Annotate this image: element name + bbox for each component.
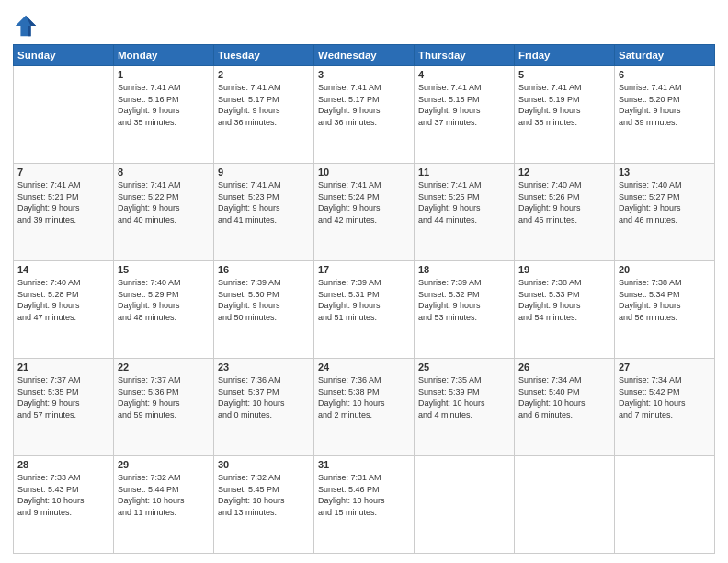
- day-number: 2: [218, 69, 310, 80]
- day-number: 16: [218, 264, 310, 275]
- cell-content: Sunrise: 7:38 AM Sunset: 5:34 PM Dayligh…: [619, 277, 711, 323]
- header: [13, 9, 715, 39]
- calendar-cell: 26Sunrise: 7:34 AM Sunset: 5:40 PM Dayli…: [515, 359, 615, 456]
- day-number: 20: [619, 264, 711, 275]
- week-row-2: 14Sunrise: 7:40 AM Sunset: 5:28 PM Dayli…: [14, 261, 715, 359]
- day-number: 29: [118, 459, 210, 470]
- day-number: 22: [118, 362, 210, 373]
- day-number: 11: [418, 167, 510, 178]
- calendar-cell: 4Sunrise: 7:41 AM Sunset: 5:18 PM Daylig…: [415, 66, 515, 164]
- cell-content: Sunrise: 7:40 AM Sunset: 5:26 PM Dayligh…: [518, 179, 610, 225]
- calendar-cell: 31Sunrise: 7:31 AM Sunset: 5:46 PM Dayli…: [314, 456, 415, 554]
- day-number: 4: [418, 69, 510, 80]
- day-number: 28: [17, 459, 109, 470]
- calendar-cell: 13Sunrise: 7:40 AM Sunset: 5:27 PM Dayli…: [615, 164, 715, 261]
- cell-content: Sunrise: 7:41 AM Sunset: 5:19 PM Dayligh…: [518, 82, 610, 128]
- day-number: 6: [619, 69, 711, 80]
- cell-content: Sunrise: 7:33 AM Sunset: 5:43 PM Dayligh…: [17, 472, 109, 518]
- calendar-cell: 18Sunrise: 7:39 AM Sunset: 5:32 PM Dayli…: [415, 261, 515, 359]
- day-number: 25: [418, 362, 510, 373]
- column-header-saturday: Saturday: [615, 45, 715, 66]
- logo-icon: [13, 13, 39, 39]
- calendar-cell: 28Sunrise: 7:33 AM Sunset: 5:43 PM Dayli…: [14, 456, 114, 554]
- cell-content: Sunrise: 7:38 AM Sunset: 5:33 PM Dayligh…: [518, 277, 610, 323]
- cell-content: Sunrise: 7:41 AM Sunset: 5:17 PM Dayligh…: [218, 82, 310, 128]
- calendar-cell: 6Sunrise: 7:41 AM Sunset: 5:20 PM Daylig…: [615, 66, 715, 164]
- day-number: 31: [318, 459, 410, 470]
- page: SundayMondayTuesdayWednesdayThursdayFrid…: [0, 0, 728, 563]
- calendar-cell: 8Sunrise: 7:41 AM Sunset: 5:22 PM Daylig…: [114, 164, 214, 261]
- day-number: 19: [518, 264, 610, 275]
- calendar-cell: 14Sunrise: 7:40 AM Sunset: 5:28 PM Dayli…: [14, 261, 114, 359]
- cell-content: Sunrise: 7:35 AM Sunset: 5:39 PM Dayligh…: [418, 374, 510, 420]
- day-number: 14: [17, 264, 109, 275]
- week-row-1: 7Sunrise: 7:41 AM Sunset: 5:21 PM Daylig…: [14, 164, 715, 261]
- day-number: 13: [619, 167, 711, 178]
- cell-content: Sunrise: 7:41 AM Sunset: 5:16 PM Dayligh…: [118, 82, 210, 128]
- calendar-cell: 2Sunrise: 7:41 AM Sunset: 5:17 PM Daylig…: [214, 66, 314, 164]
- calendar-cell: 5Sunrise: 7:41 AM Sunset: 5:19 PM Daylig…: [515, 66, 615, 164]
- day-number: 9: [218, 167, 310, 178]
- cell-content: Sunrise: 7:36 AM Sunset: 5:37 PM Dayligh…: [218, 374, 310, 420]
- cell-content: Sunrise: 7:41 AM Sunset: 5:22 PM Dayligh…: [118, 179, 210, 225]
- day-number: 26: [518, 362, 610, 373]
- day-number: 1: [118, 69, 210, 80]
- cell-content: Sunrise: 7:41 AM Sunset: 5:25 PM Dayligh…: [418, 179, 510, 225]
- day-number: 30: [218, 459, 310, 470]
- day-number: 3: [318, 69, 410, 80]
- calendar-cell: 12Sunrise: 7:40 AM Sunset: 5:26 PM Dayli…: [515, 164, 615, 261]
- calendar-cell: 23Sunrise: 7:36 AM Sunset: 5:37 PM Dayli…: [214, 359, 314, 456]
- column-header-wednesday: Wednesday: [314, 45, 415, 66]
- cell-content: Sunrise: 7:41 AM Sunset: 5:17 PM Dayligh…: [318, 82, 410, 128]
- cell-content: Sunrise: 7:41 AM Sunset: 5:23 PM Dayligh…: [218, 179, 310, 225]
- calendar-cell: 24Sunrise: 7:36 AM Sunset: 5:38 PM Dayli…: [314, 359, 415, 456]
- column-header-tuesday: Tuesday: [214, 45, 314, 66]
- day-number: 23: [218, 362, 310, 373]
- calendar-cell: 22Sunrise: 7:37 AM Sunset: 5:36 PM Dayli…: [114, 359, 214, 456]
- week-row-4: 28Sunrise: 7:33 AM Sunset: 5:43 PM Dayli…: [14, 456, 715, 554]
- cell-content: Sunrise: 7:39 AM Sunset: 5:31 PM Dayligh…: [318, 277, 410, 323]
- cell-content: Sunrise: 7:39 AM Sunset: 5:32 PM Dayligh…: [418, 277, 510, 323]
- calendar-cell: 16Sunrise: 7:39 AM Sunset: 5:30 PM Dayli…: [214, 261, 314, 359]
- calendar-cell: 3Sunrise: 7:41 AM Sunset: 5:17 PM Daylig…: [314, 66, 415, 164]
- day-number: 5: [518, 69, 610, 80]
- cell-content: Sunrise: 7:34 AM Sunset: 5:40 PM Dayligh…: [518, 374, 610, 420]
- column-header-friday: Friday: [515, 45, 615, 66]
- calendar-cell: 9Sunrise: 7:41 AM Sunset: 5:23 PM Daylig…: [214, 164, 314, 261]
- day-number: 7: [17, 167, 109, 178]
- day-number: 24: [318, 362, 410, 373]
- cell-content: Sunrise: 7:40 AM Sunset: 5:27 PM Dayligh…: [619, 179, 711, 225]
- cell-content: Sunrise: 7:34 AM Sunset: 5:42 PM Dayligh…: [619, 374, 711, 420]
- day-number: 15: [118, 264, 210, 275]
- week-row-3: 21Sunrise: 7:37 AM Sunset: 5:35 PM Dayli…: [14, 359, 715, 456]
- calendar-cell: 10Sunrise: 7:41 AM Sunset: 5:24 PM Dayli…: [314, 164, 415, 261]
- day-number: 21: [17, 362, 109, 373]
- cell-content: Sunrise: 7:39 AM Sunset: 5:30 PM Dayligh…: [218, 277, 310, 323]
- calendar-cell: 30Sunrise: 7:32 AM Sunset: 5:45 PM Dayli…: [214, 456, 314, 554]
- cell-content: Sunrise: 7:32 AM Sunset: 5:44 PM Dayligh…: [118, 472, 210, 518]
- calendar-cell: 21Sunrise: 7:37 AM Sunset: 5:35 PM Dayli…: [14, 359, 114, 456]
- calendar-cell: 19Sunrise: 7:38 AM Sunset: 5:33 PM Dayli…: [515, 261, 615, 359]
- calendar-cell: 29Sunrise: 7:32 AM Sunset: 5:44 PM Dayli…: [114, 456, 214, 554]
- calendar-cell: [515, 456, 615, 554]
- calendar-cell: 15Sunrise: 7:40 AM Sunset: 5:29 PM Dayli…: [114, 261, 214, 359]
- cell-content: Sunrise: 7:32 AM Sunset: 5:45 PM Dayligh…: [218, 472, 310, 518]
- cell-content: Sunrise: 7:41 AM Sunset: 5:21 PM Dayligh…: [17, 179, 109, 225]
- cell-content: Sunrise: 7:37 AM Sunset: 5:36 PM Dayligh…: [118, 374, 210, 420]
- cell-content: Sunrise: 7:31 AM Sunset: 5:46 PM Dayligh…: [318, 472, 410, 518]
- calendar-cell: 20Sunrise: 7:38 AM Sunset: 5:34 PM Dayli…: [615, 261, 715, 359]
- logo: [13, 13, 42, 39]
- calendar-cell: [615, 456, 715, 554]
- calendar-cell: 25Sunrise: 7:35 AM Sunset: 5:39 PM Dayli…: [415, 359, 515, 456]
- calendar-cell: 1Sunrise: 7:41 AM Sunset: 5:16 PM Daylig…: [114, 66, 214, 164]
- cell-content: Sunrise: 7:36 AM Sunset: 5:38 PM Dayligh…: [318, 374, 410, 420]
- calendar-cell: [415, 456, 515, 554]
- day-number: 8: [118, 167, 210, 178]
- day-number: 12: [518, 167, 610, 178]
- cell-content: Sunrise: 7:41 AM Sunset: 5:20 PM Dayligh…: [619, 82, 711, 128]
- calendar-cell: [14, 66, 114, 164]
- calendar-header-row: SundayMondayTuesdayWednesdayThursdayFrid…: [14, 45, 715, 66]
- column-header-thursday: Thursday: [415, 45, 515, 66]
- day-number: 27: [619, 362, 711, 373]
- column-header-monday: Monday: [114, 45, 214, 66]
